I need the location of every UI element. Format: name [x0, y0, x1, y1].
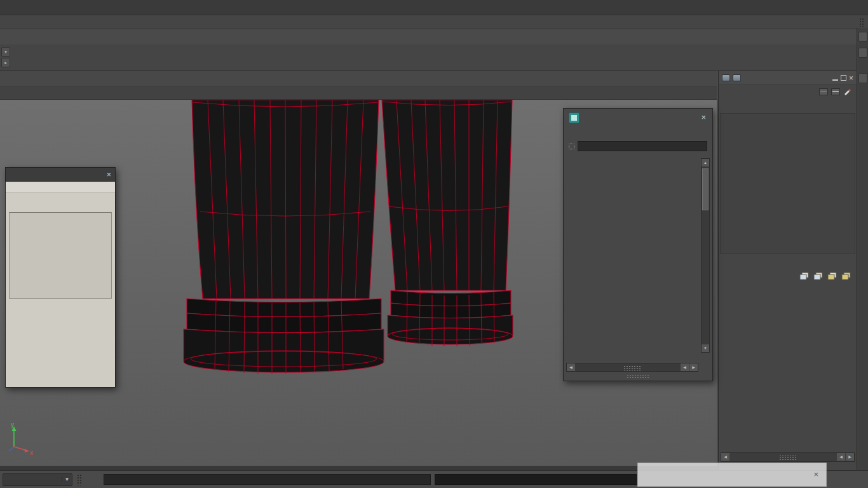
toggle-shelf-icon[interactable]: [858, 32, 867, 42]
axis-y-label: y: [11, 421, 14, 428]
outliner-panel-icon: [569, 112, 580, 123]
close-icon[interactable]: ×: [813, 470, 818, 479]
command-line-input[interactable]: [104, 474, 431, 485]
shelf-menu-icon[interactable]: ▾: [1, 47, 10, 57]
xtools-window: ×: [5, 167, 116, 388]
scroll-thumb[interactable]: [702, 168, 709, 210]
shelf-tabs: [0, 29, 857, 44]
scroll-left-icon[interactable]: ◀: [721, 453, 729, 461]
window-resize-grip[interactable]: [627, 375, 649, 379]
xtools-menu-bar: [6, 182, 115, 193]
menu-bar: [0, 15, 868, 29]
channel-box-layer-editor: × ◀ ◀ ▶: [718, 71, 857, 470]
panel-dock-icon[interactable]: [858, 73, 867, 83]
outliner-tree: [565, 157, 698, 358]
side-tab-strip: [857, 71, 868, 470]
layer-editor-menu-bar: [719, 257, 857, 270]
outliner-window: × ▲ ▼ ◀ ◀ ▶: [563, 108, 713, 381]
toggle-toolbox-icon[interactable]: [858, 48, 867, 58]
scroll-left-icon[interactable]: ◀: [567, 363, 575, 371]
pane-menu-icon[interactable]: [722, 74, 730, 81]
panel-menu-bar: [0, 71, 717, 87]
restore-icon[interactable]: [841, 75, 846, 81]
scroll-down-icon[interactable]: ▼: [702, 344, 709, 352]
channel-box-tools: [719, 85, 857, 99]
command-result-field[interactable]: [435, 474, 637, 485]
outliner-header[interactable]: ×: [564, 109, 712, 126]
manip-default-icon[interactable]: [819, 86, 828, 98]
panel-hscrollbar[interactable]: ◀ ◀ ▶: [721, 452, 855, 462]
channel-box-menu-bar: [719, 99, 857, 112]
scroll-right-icon[interactable]: ▶: [846, 453, 854, 461]
channel-list-area[interactable]: [720, 113, 855, 254]
shelf: [0, 44, 857, 71]
xtools-shelf-tabs: [6, 200, 115, 212]
title-bar[interactable]: [0, 0, 868, 15]
scroll-right-icon[interactable]: ▶: [689, 363, 698, 371]
create-render-layer-from-selected-icon[interactable]: [841, 272, 851, 283]
filter-icon[interactable]: [569, 144, 574, 149]
xtools-title-bar[interactable]: ×: [6, 168, 115, 182]
maya-window: ▾ ▸: [0, 0, 868, 488]
minimize-icon[interactable]: [832, 75, 838, 81]
pencil-icon[interactable]: [843, 86, 851, 98]
layer-editor-toolbar: [719, 270, 857, 285]
menu-set-dropdown[interactable]: ▼: [3, 473, 72, 486]
axis-gizmo: y x: [5, 421, 36, 456]
close-icon[interactable]: ×: [701, 112, 706, 122]
toolbar-grip[interactable]: [77, 474, 81, 485]
viewport-bottom-divider: [0, 466, 718, 470]
scroll-grip[interactable]: [623, 365, 641, 370]
xtools-user-shelf: [9, 212, 112, 299]
close-icon[interactable]: ×: [106, 168, 111, 182]
create-empty-render-layer-icon[interactable]: [827, 272, 837, 283]
menubar-grip[interactable]: [859, 18, 864, 27]
notification-bar[interactable]: ×: [637, 463, 827, 487]
manip-speed-icon[interactable]: [831, 86, 840, 98]
panel-header: ×: [719, 71, 857, 85]
scroll-left2-icon[interactable]: ◀: [837, 453, 845, 461]
outliner-menu-bar: [564, 126, 712, 139]
pin-panel-icon[interactable]: [733, 74, 741, 81]
shelf-arrows: ▾ ▸: [1, 47, 10, 67]
shelf-side-buttons: [857, 28, 868, 71]
scroll-up-icon[interactable]: ▲: [702, 159, 709, 166]
create-empty-layer-icon[interactable]: [799, 272, 810, 283]
axis-x-label: x: [30, 449, 33, 456]
xtools-icon-grid: [6, 193, 115, 200]
outliner-hscrollbar[interactable]: ◀ ◀ ▶: [566, 363, 698, 372]
viewport-toolbar: [0, 87, 717, 100]
shelf-next-icon[interactable]: ▸: [1, 58, 10, 67]
outliner-filter-input[interactable]: [578, 141, 707, 151]
chevron-down-icon[interactable]: ▼: [62, 477, 72, 482]
outliner-vscrollbar[interactable]: ▲ ▼: [701, 158, 710, 353]
scroll-grip[interactable]: [779, 455, 797, 460]
outliner-filter-row: [564, 139, 712, 153]
create-layer-from-selected-icon[interactable]: [813, 272, 824, 283]
scroll-left2-icon[interactable]: ◀: [681, 363, 689, 371]
close-icon[interactable]: ×: [849, 75, 853, 81]
